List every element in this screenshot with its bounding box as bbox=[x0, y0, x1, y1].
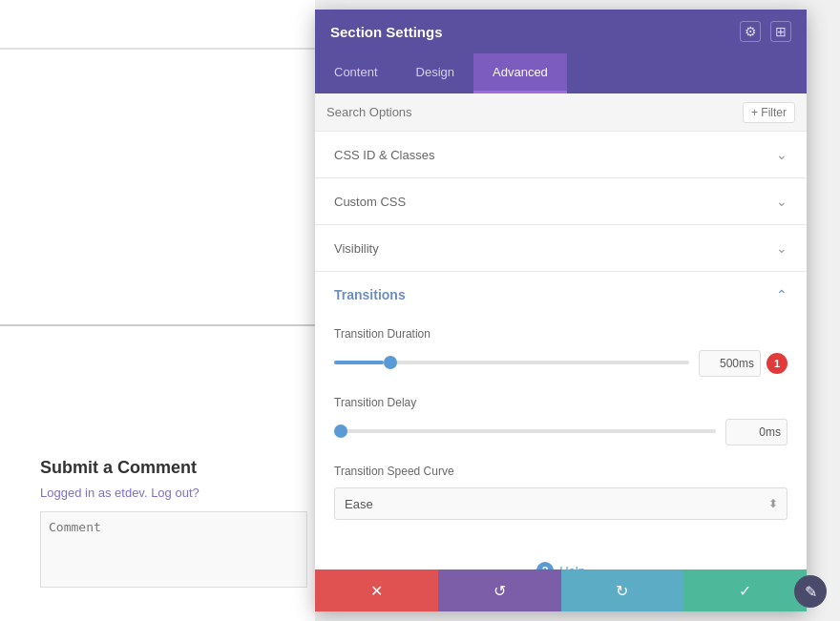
duration-value-wrap: 1 bbox=[699, 350, 788, 377]
panel-body: CSS ID & Classes ⌄ Custom CSS ⌄ Visibili… bbox=[315, 132, 807, 569]
transition-speed-curve-group: Transition Speed Curve Ease Linear Ease … bbox=[334, 465, 788, 520]
undo-button[interactable]: ↺ bbox=[438, 569, 561, 611]
transition-duration-slider[interactable] bbox=[334, 361, 689, 366]
search-input[interactable] bbox=[326, 105, 743, 119]
transition-speed-curve-select[interactable]: Ease Linear Ease In Ease Out Ease In Out bbox=[334, 487, 788, 520]
background-page: Submit a Comment Logged in as etdev. Log… bbox=[0, 0, 315, 621]
help-icon: ? bbox=[536, 562, 554, 569]
panel-tabs: Content Design Advanced bbox=[315, 53, 807, 93]
transition-duration-input[interactable] bbox=[699, 350, 761, 377]
chevron-up-icon-transitions: ⌃ bbox=[776, 287, 788, 302]
divider-line-1 bbox=[0, 48, 315, 50]
tab-content[interactable]: Content bbox=[315, 53, 397, 93]
transition-duration-label: Transition Duration bbox=[334, 327, 788, 341]
delay-value-wrap bbox=[725, 419, 788, 445]
transition-speed-curve-label: Transition Speed Curve bbox=[334, 465, 788, 478]
divider-line-2 bbox=[0, 324, 315, 326]
transition-duration-row: 1 bbox=[334, 350, 788, 377]
slider-thumb-delay[interactable] bbox=[334, 424, 347, 438]
transition-delay-slider[interactable] bbox=[334, 429, 716, 435]
transition-delay-group: Transition Delay bbox=[334, 396, 788, 445]
tab-design[interactable]: Design bbox=[397, 53, 473, 93]
transition-delay-input[interactable] bbox=[725, 419, 788, 445]
accordion-title-custom-css: Custom CSS bbox=[334, 195, 406, 209]
transition-delay-label: Transition Delay bbox=[334, 396, 788, 409]
undo-icon: ↺ bbox=[494, 582, 506, 600]
duration-badge: 1 bbox=[766, 353, 788, 374]
redo-icon: ↻ bbox=[616, 582, 628, 600]
accordion-title-css-id: CSS ID & Classes bbox=[334, 148, 434, 162]
log-out-link[interactable]: Log out? bbox=[151, 486, 200, 500]
filter-button[interactable]: + Filter bbox=[743, 102, 795, 123]
slider-fill-duration bbox=[334, 361, 384, 364]
accordion-visibility: Visibility ⌄ bbox=[315, 225, 807, 272]
transitions-title: Transitions bbox=[334, 287, 406, 302]
chevron-down-icon-custom-css: ⌄ bbox=[776, 194, 788, 209]
save-button[interactable]: ✓ bbox=[683, 569, 807, 611]
chevron-down-icon-visibility: ⌄ bbox=[776, 240, 788, 256]
panel-title: Section Settings bbox=[330, 24, 443, 40]
header-icons: ⚙ ⊞ bbox=[740, 21, 791, 42]
pencil-icon: ✎ bbox=[805, 583, 817, 601]
accordion-css-id: CSS ID & Classes ⌄ bbox=[315, 132, 807, 178]
redo-button[interactable]: ↻ bbox=[561, 569, 684, 611]
transitions-header[interactable]: Transitions ⌃ bbox=[315, 272, 807, 318]
submit-comment-title: Submit a Comment bbox=[40, 458, 307, 478]
panel-header: Section Settings ⚙ ⊞ bbox=[315, 10, 807, 53]
panel-footer: ✕ ↺ ↻ ✓ bbox=[315, 569, 807, 611]
slider-thumb-duration[interactable] bbox=[384, 356, 397, 369]
accordion-header-custom-css[interactable]: Custom CSS ⌄ bbox=[315, 178, 807, 224]
submit-comment-section: Submit a Comment Logged in as etdev. Log… bbox=[40, 458, 307, 591]
comment-textarea[interactable] bbox=[40, 511, 307, 588]
transitions-section: Transitions ⌃ Transition Duration bbox=[315, 272, 807, 569]
section-settings-panel: Section Settings ⚙ ⊞ Content Design Adva… bbox=[315, 10, 807, 611]
cancel-button[interactable]: ✕ bbox=[315, 569, 438, 611]
chevron-down-icon-css-id: ⌄ bbox=[776, 147, 788, 162]
save-icon: ✓ bbox=[739, 582, 751, 600]
logged-in-text: Logged in as etdev. Log out? bbox=[40, 486, 307, 500]
cancel-icon: ✕ bbox=[370, 582, 383, 600]
transition-delay-row bbox=[334, 419, 788, 445]
search-bar: + Filter bbox=[315, 93, 807, 132]
accordion-header-visibility[interactable]: Visibility ⌄ bbox=[315, 225, 807, 271]
layout-icon[interactable]: ⊞ bbox=[770, 21, 791, 42]
accordion-header-css-id[interactable]: CSS ID & Classes ⌄ bbox=[315, 132, 807, 177]
accordion-title-visibility: Visibility bbox=[334, 241, 379, 256]
settings-icon[interactable]: ⚙ bbox=[740, 21, 761, 42]
speed-curve-select-wrap: Ease Linear Ease In Ease Out Ease In Out bbox=[334, 487, 788, 520]
transition-duration-group: Transition Duration 1 bbox=[334, 327, 788, 377]
tab-advanced[interactable]: Advanced bbox=[473, 53, 567, 93]
transitions-body: Transition Duration 1 bbox=[315, 318, 807, 569]
accordion-custom-css: Custom CSS ⌄ bbox=[315, 178, 807, 225]
help-section[interactable]: ? Help bbox=[334, 539, 788, 569]
